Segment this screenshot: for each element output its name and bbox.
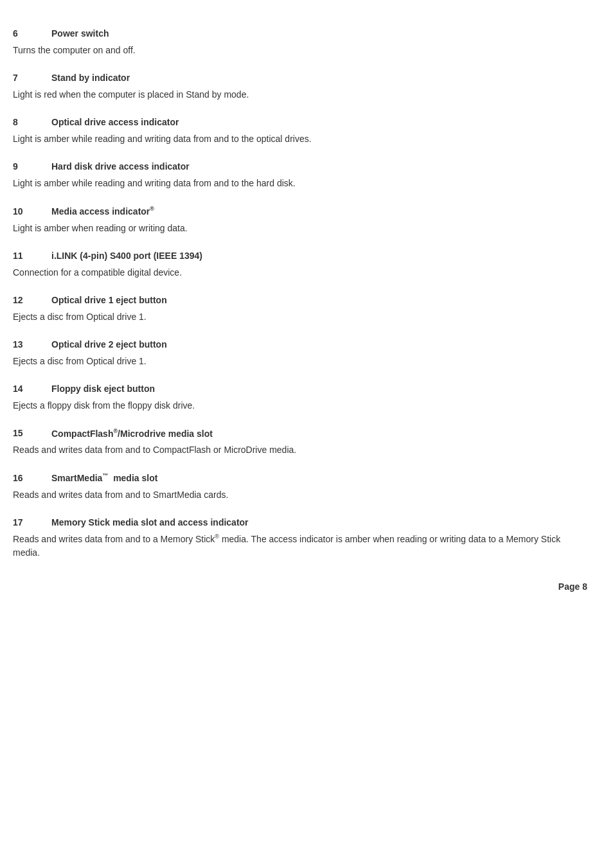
section-number-15: 15 xyxy=(13,428,51,438)
section-title-11: i.LINK (4-pin) S400 port (IEEE 1394) xyxy=(51,251,202,261)
section-title-7: Stand by indicator xyxy=(51,73,130,83)
section-desc-15: Reads and writes data from and to Compac… xyxy=(13,443,587,457)
section-number-11: 11 xyxy=(13,251,51,261)
section-9: 9Hard disk drive access indicatorLight i… xyxy=(13,161,587,190)
section-header-17: 17Memory Stick media slot and access ind… xyxy=(13,517,587,527)
section-header-8: 8Optical drive access indicator xyxy=(13,117,587,127)
section-number-10: 10 xyxy=(13,206,51,217)
page-footer: Page 8 xyxy=(13,579,587,592)
section-header-6: 6Power switch xyxy=(13,28,587,39)
section-desc-12: Ejects a disc from Optical drive 1. xyxy=(13,310,587,324)
section-6: 6Power switchTurns the computer on and o… xyxy=(13,28,587,57)
section-8: 8Optical drive access indicatorLight is … xyxy=(13,117,587,146)
section-title-17: Memory Stick media slot and access indic… xyxy=(51,517,249,527)
section-10: 10Media access indicator®Light is amber … xyxy=(13,206,587,235)
section-title-12: Optical drive 1 eject button xyxy=(51,295,167,305)
section-desc-6: Turns the computer on and off. xyxy=(13,44,587,57)
section-desc-11: Connection for a compatible digital devi… xyxy=(13,266,587,279)
section-number-16: 16 xyxy=(13,473,51,483)
section-desc-10: Light is amber when reading or writing d… xyxy=(13,222,587,235)
section-16: 16SmartMedia™ media slotReads and writes… xyxy=(13,472,587,502)
section-desc-13: Ejects a disc from Optical drive 1. xyxy=(13,355,587,368)
section-title-8: Optical drive access indicator xyxy=(51,117,179,127)
section-header-16: 16SmartMedia™ media slot xyxy=(13,472,587,483)
section-title-9: Hard disk drive access indicator xyxy=(51,161,190,172)
section-number-13: 13 xyxy=(13,339,51,350)
section-title-15: CompactFlash®/Microdrive media slot xyxy=(51,428,213,439)
section-desc-8: Light is amber while reading and writing… xyxy=(13,132,587,146)
section-11: 11i.LINK (4-pin) S400 port (IEEE 1394)Co… xyxy=(13,251,587,279)
section-header-15: 15CompactFlash®/Microdrive media slot xyxy=(13,428,587,439)
section-number-17: 17 xyxy=(13,517,51,527)
section-13: 13Optical drive 2 eject buttonEjects a d… xyxy=(13,339,587,368)
section-header-10: 10Media access indicator® xyxy=(13,206,587,217)
section-number-7: 7 xyxy=(13,73,51,83)
section-15: 15CompactFlash®/Microdrive media slotRea… xyxy=(13,428,587,457)
section-header-14: 14Floppy disk eject button xyxy=(13,384,587,394)
section-number-8: 8 xyxy=(13,117,51,127)
section-desc-17: Reads and writes data from and to a Memo… xyxy=(13,533,587,560)
page-number: Page 8 xyxy=(558,581,587,592)
section-desc-7: Light is red when the computer is placed… xyxy=(13,88,587,102)
section-desc-9: Light is amber while reading and writing… xyxy=(13,177,587,190)
section-header-11: 11i.LINK (4-pin) S400 port (IEEE 1394) xyxy=(13,251,587,261)
section-14: 14Floppy disk eject buttonEjects a flopp… xyxy=(13,384,587,412)
section-title-13: Optical drive 2 eject button xyxy=(51,339,167,350)
section-7: 7Stand by indicatorLight is red when the… xyxy=(13,73,587,102)
section-header-12: 12Optical drive 1 eject button xyxy=(13,295,587,305)
section-desc-14: Ejects a floppy disk from the floppy dis… xyxy=(13,399,587,412)
section-header-13: 13Optical drive 2 eject button xyxy=(13,339,587,350)
section-number-6: 6 xyxy=(13,28,51,39)
section-17: 17Memory Stick media slot and access ind… xyxy=(13,517,587,560)
section-desc-16: Reads and writes data from and to SmartM… xyxy=(13,488,587,502)
section-header-9: 9Hard disk drive access indicator xyxy=(13,161,587,172)
section-number-9: 9 xyxy=(13,161,51,172)
section-title-10: Media access indicator® xyxy=(51,206,154,217)
section-header-7: 7Stand by indicator xyxy=(13,73,587,83)
section-12: 12Optical drive 1 eject buttonEjects a d… xyxy=(13,295,587,324)
section-title-6: Power switch xyxy=(51,28,109,39)
section-number-14: 14 xyxy=(13,384,51,394)
section-title-14: Floppy disk eject button xyxy=(51,384,155,394)
section-number-12: 12 xyxy=(13,295,51,305)
section-title-16: SmartMedia™ media slot xyxy=(51,472,157,483)
